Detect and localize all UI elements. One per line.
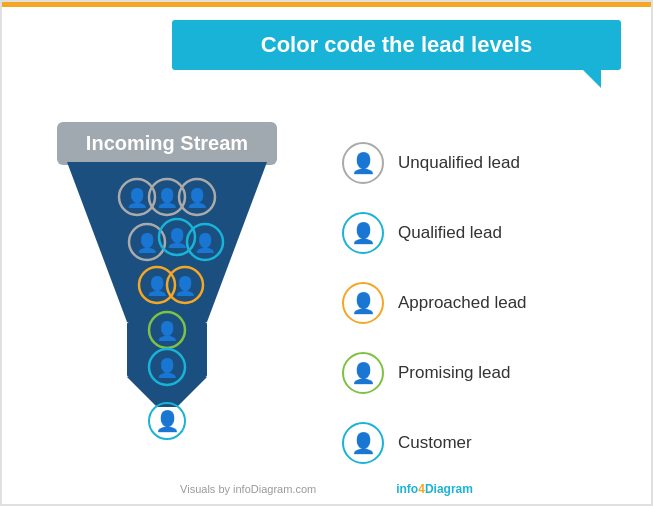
svg-text:👤: 👤 (126, 187, 149, 209)
funnel-svg: 👤 👤 👤 👤 👤 👤 👤 👤 👤 👤 (57, 152, 277, 412)
svg-text:👤: 👤 (156, 320, 179, 342)
top-border (2, 2, 651, 7)
svg-text:👤: 👤 (146, 275, 169, 297)
customer-label: Customer (398, 433, 472, 453)
qualified-label: Qualified lead (398, 223, 502, 243)
customer-icon: 👤 (342, 422, 384, 464)
svg-text:👤: 👤 (174, 275, 197, 297)
footer: Visuals by infoDiagram.com info4Diagram (2, 482, 651, 496)
legend-item-customer: 👤 Customer (342, 422, 527, 464)
title-banner: Color code the lead levels (172, 20, 621, 70)
approached-label: Approached lead (398, 293, 527, 313)
svg-text:👤: 👤 (156, 357, 179, 379)
svg-text:👤: 👤 (156, 187, 179, 209)
promising-label: Promising lead (398, 363, 510, 383)
svg-text:👤: 👤 (136, 232, 159, 254)
svg-text:👤: 👤 (166, 227, 189, 249)
funnel-container: 👤 👤 👤 👤 👤 👤 👤 👤 👤 👤 👤 (57, 152, 277, 440)
promising-icon: 👤 (342, 352, 384, 394)
footer-brand: info4Diagram (396, 482, 473, 496)
legend-item-unqualified: 👤 Unqualified lead (342, 142, 527, 184)
svg-text:👤: 👤 (194, 232, 217, 254)
legend-item-approached: 👤 Approached lead (342, 282, 527, 324)
qualified-icon: 👤 (342, 212, 384, 254)
customer-exit-icon: 👤 (148, 402, 186, 440)
approached-icon: 👤 (342, 282, 384, 324)
legend: 👤 Unqualified lead 👤 Qualified lead 👤 Ap… (342, 142, 527, 464)
svg-text:👤: 👤 (186, 187, 209, 209)
footer-visuals-text: Visuals by infoDiagram.com (180, 483, 316, 495)
unqualified-icon: 👤 (342, 142, 384, 184)
legend-item-qualified: 👤 Qualified lead (342, 212, 527, 254)
legend-item-promising: 👤 Promising lead (342, 352, 527, 394)
unqualified-label: Unqualified lead (398, 153, 520, 173)
